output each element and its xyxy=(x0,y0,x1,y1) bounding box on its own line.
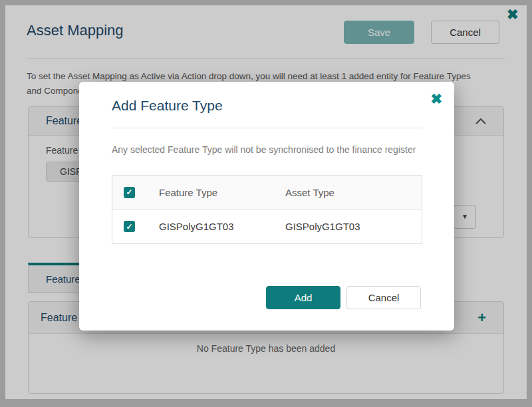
add-feature-type-modal: Add Feature Type ✖ Any selected Feature … xyxy=(79,82,454,331)
cell-asset-type: GISPolyG1GT03 xyxy=(285,221,422,232)
modal-title: Add Feature Type xyxy=(112,98,223,114)
table-header-row: ✓ Feature Type Asset Type xyxy=(112,176,422,209)
select-all-checkbox[interactable]: ✓ xyxy=(124,187,135,198)
header-checkbox-cell: ✓ xyxy=(112,187,159,198)
row-checkbox[interactable]: ✓ xyxy=(124,221,135,232)
table-row: ✓ GISPolyG1GT03 GISPolyG1GT03 xyxy=(112,209,422,243)
asset-mapping-screen: Asset Mapping Save Cancel ✖ To set the A… xyxy=(0,0,532,407)
column-header-feature-type: Feature Type xyxy=(159,187,285,198)
column-header-asset-type: Asset Type xyxy=(285,187,422,198)
modal-close-icon[interactable]: ✖ xyxy=(430,92,442,106)
row-checkbox-cell: ✓ xyxy=(112,221,159,232)
modal-cancel-button[interactable]: Cancel xyxy=(346,286,421,309)
modal-divider xyxy=(112,128,422,128)
feature-type-table: ✓ Feature Type Asset Type ✓ GISPolyG1GT0… xyxy=(112,175,422,244)
cell-feature-type: GISPolyG1GT03 xyxy=(159,221,285,232)
modal-description: Any selected Feature Type will not be sy… xyxy=(112,144,416,155)
add-button[interactable]: Add xyxy=(266,286,340,309)
